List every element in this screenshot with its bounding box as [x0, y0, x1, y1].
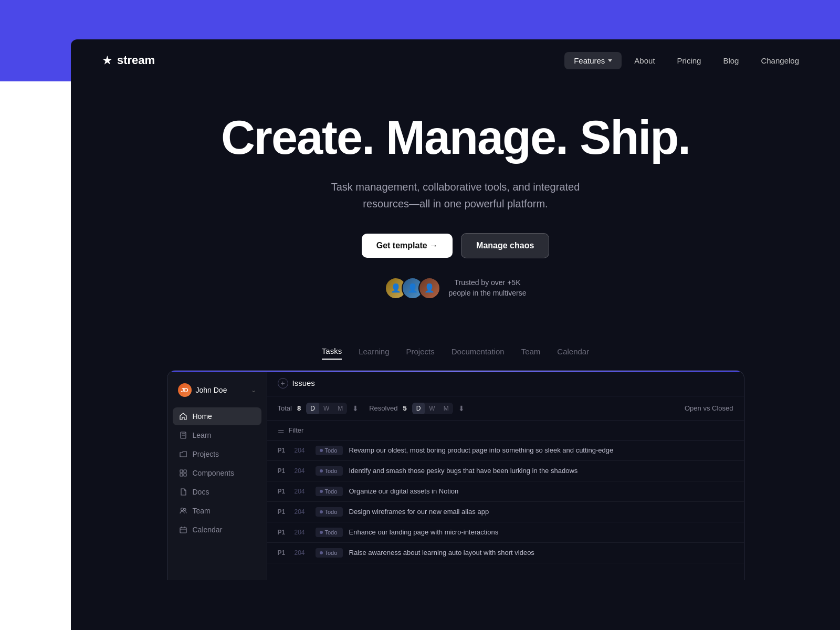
- nav-changelog[interactable]: Changelog: [751, 52, 808, 69]
- logo-text: stream: [117, 54, 155, 67]
- resolved-time-filter: D W M: [412, 403, 453, 414]
- issues-header: + Issues: [267, 371, 744, 396]
- task-text: Revamp our oldest, most boring product p…: [349, 446, 733, 454]
- logo: ★ stream: [102, 54, 155, 67]
- nav-links: Features About Pricing Blog Changelog: [564, 52, 808, 69]
- add-issue-button[interactable]: +: [278, 378, 288, 388]
- home-icon: [179, 412, 187, 421]
- sidebar-item-team[interactable]: Team: [173, 502, 261, 520]
- svg-rect-4: [184, 470, 186, 472]
- svg-point-8: [184, 508, 186, 510]
- day-resolved-filter-button[interactable]: D: [412, 403, 425, 414]
- nav-about[interactable]: About: [625, 52, 664, 69]
- download-resolved-icon[interactable]: ⬇: [458, 404, 465, 413]
- task-text: Organize our digital assets in Notion: [349, 487, 733, 495]
- task-priority: P1: [278, 447, 288, 454]
- hero-subtitle: Task management, collaborative tools, an…: [314, 178, 597, 212]
- week-filter-button[interactable]: W: [319, 403, 333, 414]
- filter-label: Filter: [289, 426, 304, 434]
- manage-chaos-button[interactable]: Manage chaos: [461, 233, 549, 258]
- status-badge: Todo: [316, 528, 343, 537]
- users-icon: [179, 507, 187, 515]
- week-resolved-filter-button[interactable]: W: [425, 403, 439, 414]
- avatar: 👤: [418, 277, 440, 299]
- task-text: Enhance our landing page with micro-inte…: [349, 528, 733, 536]
- tab-learning[interactable]: Learning: [359, 347, 389, 359]
- main-container: ★ stream Features About Pricing Blog Cha…: [71, 39, 840, 630]
- table-row[interactable]: P1 204 Todo Raise awareness about learni…: [267, 543, 744, 563]
- download-icon[interactable]: ⬇: [352, 404, 359, 413]
- nav-pricing[interactable]: Pricing: [668, 52, 711, 69]
- svg-rect-5: [180, 474, 183, 476]
- tab-calendar[interactable]: Calendar: [557, 347, 589, 359]
- hero-title: Create. Manage. Ship.: [81, 113, 830, 163]
- avatar-group: 👤 👤 👤: [385, 277, 440, 299]
- get-template-button[interactable]: Get template →: [362, 234, 453, 258]
- task-priority: P1: [278, 508, 288, 516]
- tab-navigation: Tasks Learning Projects Documentation Te…: [71, 346, 840, 370]
- folder-icon: [179, 450, 187, 458]
- table-row[interactable]: P1 204 Todo Design wireframes for our ne…: [267, 502, 744, 522]
- stats-row: Total 8 D W M ⬇ Resolved 5 D W M: [267, 396, 744, 421]
- table-row[interactable]: P1 204 Todo Enhance our landing page wit…: [267, 522, 744, 543]
- table-row[interactable]: P1 204 Todo Identify and smash those pes…: [267, 461, 744, 481]
- table-row[interactable]: P1 204 Todo Revamp our oldest, most bori…: [267, 440, 744, 461]
- sidebar-item-components[interactable]: Components: [173, 464, 261, 482]
- tab-team[interactable]: Team: [521, 347, 541, 359]
- task-priority: P1: [278, 467, 288, 475]
- svg-rect-6: [184, 474, 186, 476]
- filter-icon: ⚌: [278, 426, 285, 435]
- sidebar-item-learn[interactable]: Learn: [173, 426, 261, 444]
- sidebar-item-projects[interactable]: Projects: [173, 445, 261, 463]
- open-vs-closed: Open vs Closed: [685, 404, 733, 412]
- sidebar-item-calendar[interactable]: Calendar: [173, 521, 261, 539]
- svg-point-7: [181, 508, 183, 510]
- chevron-down-icon: [608, 59, 612, 62]
- sidebar-item-home[interactable]: Home: [173, 407, 261, 425]
- trust-section: 👤 👤 👤 Trusted by over +5K people in the …: [81, 277, 830, 299]
- task-id: 204: [295, 529, 309, 536]
- task-text: Raise awareness about learning auto layo…: [349, 549, 733, 556]
- month-resolved-filter-button[interactable]: M: [439, 403, 453, 414]
- svg-rect-3: [180, 470, 183, 472]
- task-text: Identify and smash those pesky bugs that…: [349, 467, 733, 475]
- tab-tasks[interactable]: Tasks: [322, 346, 342, 360]
- book-icon: [179, 431, 187, 439]
- task-priority: P1: [278, 529, 288, 536]
- main-content: + Issues Total 8 D W M ⬇ Resolved 5: [267, 371, 744, 580]
- total-time-filter: D W M: [306, 403, 347, 414]
- task-priority: P1: [278, 488, 288, 495]
- calendar-icon: [179, 526, 187, 534]
- tab-documentation[interactable]: Documentation: [452, 347, 505, 359]
- sidebar-user-info: JD John Doe: [178, 383, 227, 397]
- task-priority: P1: [278, 549, 288, 556]
- task-id: 204: [295, 508, 309, 516]
- status-badge: Todo: [316, 446, 343, 455]
- user-avatar: JD: [178, 383, 192, 397]
- task-list: P1 204 Todo Revamp our oldest, most bori…: [267, 440, 744, 563]
- trust-text: Trusted by over +5K people in the multiv…: [449, 278, 527, 298]
- status-badge: Todo: [316, 507, 343, 517]
- status-badge: Todo: [316, 548, 343, 558]
- grid-icon: [179, 469, 187, 477]
- sidebar-user[interactable]: JD John Doe ⌄: [173, 379, 261, 401]
- nav-features[interactable]: Features: [564, 52, 622, 69]
- nav-blog[interactable]: Blog: [713, 52, 748, 69]
- task-id: 204: [295, 488, 309, 495]
- left-white-panel: [0, 81, 71, 630]
- tab-projects[interactable]: Projects: [406, 347, 435, 359]
- logo-star-icon: ★: [102, 54, 112, 67]
- month-filter-button[interactable]: M: [333, 403, 347, 414]
- hero-section: Create. Manage. Ship. Task management, c…: [71, 81, 840, 346]
- issues-title: Issues: [292, 379, 315, 387]
- task-id: 204: [295, 467, 309, 475]
- total-stat: Total 8 D W M ⬇: [278, 403, 359, 414]
- table-row[interactable]: P1 204 Todo Organize our digital assets …: [267, 481, 744, 502]
- cta-buttons: Get template → Manage chaos: [81, 233, 830, 258]
- status-badge: Todo: [316, 466, 343, 476]
- resolved-stat: Resolved 5 D W M ⬇: [369, 403, 464, 414]
- task-id: 204: [295, 447, 309, 454]
- sidebar-item-docs[interactable]: Docs: [173, 483, 261, 501]
- user-name: John Doe: [196, 386, 227, 394]
- day-filter-button[interactable]: D: [306, 403, 319, 414]
